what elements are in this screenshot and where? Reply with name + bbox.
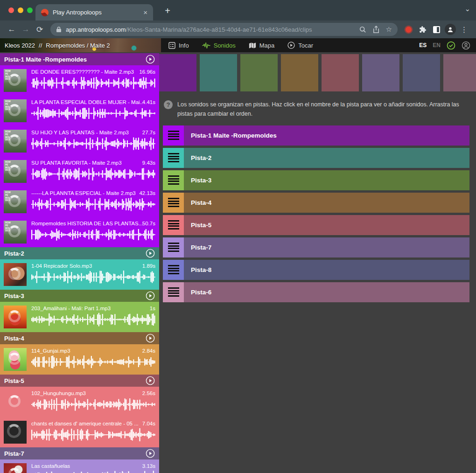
track-color-swatch [403, 54, 440, 91]
clip-name: DE DONDE ERES???????? - Maite 2.mp3 [31, 69, 134, 75]
url-text[interactable]: app.antropoloops.com/Kleos-Santa-Marina/… [66, 26, 353, 33]
clip-item[interactable]: ROM PE MOL DESDE DONDE ERES???????? - Ma… [0, 65, 159, 96]
track-row[interactable]: Pista-2 [163, 148, 469, 168]
waveform[interactable] [31, 313, 155, 327]
drag-handle[interactable] [163, 148, 184, 168]
drag-handle[interactable] [163, 193, 184, 213]
back-button[interactable]: ← [5, 22, 19, 36]
drag-handle[interactable] [163, 170, 184, 190]
language-es[interactable]: ES [419, 42, 427, 49]
reload-button[interactable]: ⟳ [33, 22, 47, 36]
waveform[interactable] [31, 106, 155, 120]
play-track-icon[interactable] [146, 55, 155, 64]
track-row[interactable]: Pista-6 [163, 282, 469, 302]
track-row-bar[interactable]: Pista-6 [184, 282, 469, 302]
profile-avatar[interactable] [443, 22, 457, 36]
clip-item[interactable]: Las castañuelas3.13s [0, 459, 159, 473]
recording-extension-icon[interactable] [401, 22, 415, 36]
bookmark-star-icon[interactable]: ☆ [386, 25, 392, 34]
sidebar-track-header[interactable]: Pista-1 Maite -Rompemoldes [0, 53, 159, 65]
zoom-window-button[interactable] [27, 7, 33, 13]
drag-handle[interactable] [163, 125, 184, 146]
drag-handle[interactable] [163, 237, 184, 257]
share-icon[interactable] [373, 26, 379, 33]
clip-item[interactable]: 102_Hunguhungu.mp32.56s [0, 387, 159, 417]
sidebar-track-header[interactable]: Pista-4 [0, 332, 159, 344]
sidebar-track-header[interactable]: Pista-3 [0, 290, 159, 302]
waveform[interactable] [31, 470, 155, 473]
play-track-icon[interactable] [146, 291, 155, 300]
clip-item[interactable]: ROM PE MOL DESSU PLANTA FAVORITA - Maite… [0, 156, 159, 187]
account-icon[interactable] [462, 41, 470, 50]
play-track-icon[interactable] [146, 249, 155, 258]
grip-icon [168, 243, 179, 252]
track-row-bar[interactable]: Pista-7 [184, 237, 469, 257]
play-track-icon[interactable] [146, 334, 155, 343]
track-row[interactable]: Pista-7 [163, 237, 469, 257]
clip-item[interactable]: 114_Gunjai.mp32.84s [0, 344, 159, 375]
loading-spinner-icon [8, 134, 21, 146]
clip-item[interactable]: 1-04 Repicador Solo.mp31.89s [0, 259, 159, 290]
track-row[interactable]: Pista-5 [163, 215, 469, 235]
browser-tab[interactable]: Play Antropoloops × [35, 4, 153, 21]
track-row-bar[interactable]: Pista-1 Maite -Rompemoldes [184, 125, 469, 146]
waveform[interactable] [31, 270, 155, 284]
clip-body: 1-04 Repicador Solo.mp31.89s [31, 263, 155, 286]
waveform[interactable] [31, 228, 155, 242]
language-en[interactable]: EN [433, 42, 441, 49]
waveform[interactable] [31, 76, 155, 90]
split-screen-extension-icon[interactable] [429, 22, 443, 36]
sidebar-track-header[interactable]: Pista-2 [0, 247, 159, 259]
waveform[interactable] [31, 167, 155, 181]
waveform[interactable] [31, 428, 155, 442]
antropoloops-favicon-icon [41, 9, 49, 16]
track-row[interactable]: Pista-3 [163, 170, 469, 190]
extensions-puzzle-icon[interactable] [415, 22, 429, 36]
tab-close-icon[interactable]: × [143, 8, 147, 16]
track-row-bar[interactable]: Pista-4 [184, 193, 469, 213]
minimize-window-button[interactable] [18, 7, 23, 13]
tab-search-chevron-icon[interactable]: ⌄ [464, 5, 470, 13]
clip-item[interactable]: ROM PE MOL DES------LA PLANNTA ESPECIAL … [0, 187, 159, 217]
drag-handle[interactable] [163, 282, 184, 302]
waveform[interactable] [31, 355, 155, 369]
clip-item[interactable]: ROM PE MOL DESRompemoldes HISTORIA DE LA… [0, 217, 159, 247]
drag-handle[interactable] [163, 215, 184, 235]
grip-icon [168, 198, 179, 207]
breadcrumb-project[interactable]: Kleos 2022 [5, 42, 35, 49]
play-track-icon[interactable] [146, 449, 155, 458]
track-row-bar[interactable]: Pista-2 [184, 148, 469, 168]
waveform[interactable] [31, 137, 155, 151]
nav-tab-tocar[interactable]: Tocar [287, 42, 313, 49]
clip-info-row: 203_Amalihani - Mali: Part 1.mp31s [31, 306, 155, 311]
breadcrumb[interactable]: Kleos 2022 // Rompemoldes / Maite 2 [0, 38, 161, 52]
track-row-bar[interactable]: Pista-5 [184, 215, 469, 235]
nav-label-tocar: Tocar [298, 42, 313, 49]
nav-tab-info[interactable]: Info [168, 42, 189, 49]
track-row-bar[interactable]: Pista-3 [184, 170, 469, 190]
track-row[interactable]: Pista-4 [163, 193, 469, 213]
sidebar-track-clips: 114_Gunjai.mp32.84s [0, 344, 159, 375]
clip-item[interactable]: ROM PE MOL DESSU HIJO Y LAS PLANTAS - Ma… [0, 126, 159, 156]
waveform[interactable] [31, 197, 155, 211]
nav-tab-sonidos[interactable]: Sonidos [202, 42, 236, 49]
clip-item[interactable]: chants et danses d' amerique centrale - … [0, 417, 159, 447]
check-circle-icon[interactable] [447, 41, 455, 50]
track-row-bar[interactable]: Pista-8 [184, 260, 469, 280]
drag-handle[interactable] [163, 260, 184, 280]
track-row[interactable]: Pista-1 Maite -Rompemoldes [163, 125, 469, 146]
new-tab-button[interactable]: + [161, 4, 175, 17]
close-window-button[interactable] [8, 7, 14, 13]
clip-item[interactable]: ROM PE MOL DESLA PLANTA ESPECIAL DOBLE M… [0, 96, 159, 126]
clip-item[interactable]: 203_Amalihani - Mali: Part 1.mp31s [0, 302, 159, 332]
address-bar[interactable]: app.antropoloops.com/Kleos-Santa-Marina/… [50, 23, 398, 36]
sidebar-track-header[interactable]: Pista-7 [0, 447, 159, 459]
sidebar-track-section: Pista-7Las castañuelas3.13s [0, 447, 159, 473]
sidebar-track-header[interactable]: Pista-5 [0, 375, 159, 387]
nav-tab-mapa[interactable]: Mapa [249, 42, 275, 49]
waveform[interactable] [31, 397, 155, 411]
search-icon[interactable] [359, 26, 366, 33]
browser-menu-icon[interactable]: ⋮ [457, 22, 471, 36]
track-row[interactable]: Pista-8 [163, 260, 469, 280]
play-track-icon[interactable] [146, 376, 155, 385]
